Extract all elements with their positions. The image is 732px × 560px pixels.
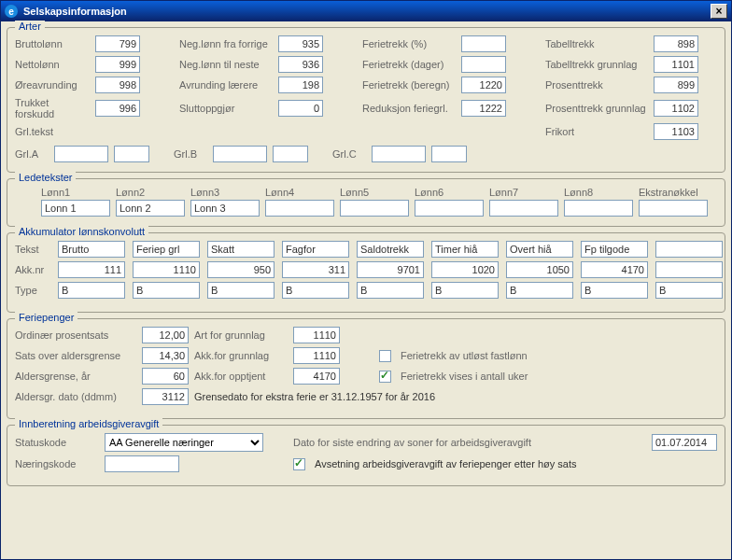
prosenttrekk-input[interactable] <box>654 77 698 93</box>
akk-nr-2[interactable] <box>133 261 200 278</box>
akk-type-6[interactable] <box>431 282 499 299</box>
inn-chk[interactable] <box>293 458 305 470</box>
akk-type-lbl: Type <box>15 285 52 296</box>
akk-tekst-5[interactable] <box>357 241 424 258</box>
grlb-label: Grl.B <box>174 148 207 160</box>
lede-hdr-4: Lønn4 <box>265 187 336 198</box>
ft-beregn-label: Ferietrekk (beregn) <box>362 79 456 91</box>
lede-hdr-3: Lønn3 <box>190 187 261 198</box>
ft-pst-label: Ferietrekk (%) <box>362 38 456 49</box>
akk-nr-7[interactable] <box>506 261 573 278</box>
ft-pst-input[interactable] <box>461 35 506 52</box>
content: Arter Bruttolønn Neg.lønn fra forrige Fe… <box>1 21 731 497</box>
group-akk: Akkumulator lønnskonvolutt Tekst Akk.nr <box>7 232 725 313</box>
fp-ord-input[interactable] <box>142 327 189 343</box>
akk-tekst-8[interactable] <box>581 241 648 258</box>
akk-nr-lbl: Akk.nr <box>15 264 52 275</box>
akk-nr-9[interactable] <box>655 261 723 278</box>
inn-naering-input[interactable] <box>105 455 179 472</box>
akk-nr-1[interactable] <box>58 261 125 278</box>
fp-akkgr-lbl: Akk.for grunnlag <box>194 350 288 361</box>
akk-tekst-7[interactable] <box>506 241 573 258</box>
neg-neste-input[interactable] <box>278 56 323 73</box>
grlc-input-2[interactable] <box>431 146 467 162</box>
grlb-input-1[interactable] <box>213 146 267 162</box>
window-title: Selskapsinformasjon <box>23 6 711 17</box>
neg-forrige-input[interactable] <box>278 35 323 52</box>
grla-input-1[interactable] <box>54 146 108 162</box>
akk-nr-5[interactable] <box>357 261 424 278</box>
lede-input-7[interactable] <box>489 200 558 217</box>
red-input[interactable] <box>461 100 506 117</box>
inn-status-select[interactable]: AA Generelle næringer <box>105 433 263 452</box>
inn-dato-input[interactable] <box>652 434 717 451</box>
akk-type-1[interactable] <box>58 282 125 299</box>
bruttolonn-input[interactable] <box>95 35 140 52</box>
lede-input-6[interactable] <box>415 200 484 217</box>
akk-type-2[interactable] <box>133 282 200 299</box>
bruttolonn-label: Bruttolønn <box>15 38 90 49</box>
akk-nr-6[interactable] <box>431 261 499 278</box>
lede-hdr-8: Lønn8 <box>564 187 635 198</box>
fp-akkgr-input[interactable] <box>293 347 340 364</box>
akk-type-5[interactable] <box>357 282 424 299</box>
akk-type-9[interactable] <box>655 282 723 299</box>
lede-input-8[interactable] <box>564 200 633 217</box>
grlc-input-1[interactable] <box>372 146 426 162</box>
nettolonn-label: Nettolønn <box>15 59 90 70</box>
fp-chk1[interactable] <box>379 350 391 362</box>
akk-nr-3[interactable] <box>207 261 274 278</box>
ft-dager-label: Ferietrekk (dager) <box>362 59 456 70</box>
akk-nr-4[interactable] <box>282 261 349 278</box>
inn-dato-lbl: Dato for siste endring av soner for arbe… <box>293 437 531 448</box>
lede-input-2[interactable] <box>116 200 185 217</box>
akk-tekst-3[interactable] <box>207 241 274 258</box>
fp-art-input[interactable] <box>293 327 340 343</box>
fp-akkop-input[interactable] <box>293 368 340 385</box>
trukket-input[interactable] <box>95 100 140 117</box>
fp-chk2[interactable] <box>379 371 391 383</box>
group-arter: Arter Bruttolønn Neg.lønn fra forrige Fe… <box>7 27 725 173</box>
app-window: e Selskapsinformasjon × Arter Bruttolønn… <box>0 0 732 560</box>
grlb-input-2[interactable] <box>273 146 308 162</box>
grltekst-label: Grl.tekst <box>15 126 90 137</box>
akk-tekst-1[interactable] <box>58 241 125 258</box>
fp-grense: Grensedato for ekstra ferie er 31.12.195… <box>194 391 435 402</box>
trukket-label: Trukket forskudd <box>15 97 90 119</box>
akk-type-7[interactable] <box>506 282 573 299</box>
grla-input-2[interactable] <box>114 146 149 162</box>
sluttopp-input[interactable] <box>278 100 323 117</box>
inn-chk-lbl: Avsetning arbeidsgiveravgift av feriepen… <box>315 458 576 469</box>
akk-type-4[interactable] <box>282 282 349 299</box>
frikort-input[interactable] <box>654 123 698 140</box>
fp-sats-input[interactable] <box>142 347 189 364</box>
lede-hdr-2: Lønn2 <box>116 187 187 198</box>
neg-forrige-label: Neg.lønn fra forrige <box>179 38 273 49</box>
akk-tekst-4[interactable] <box>282 241 349 258</box>
lede-input-9[interactable] <box>639 200 708 217</box>
akk-tekst-2[interactable] <box>133 241 200 258</box>
lede-input-3[interactable] <box>190 200 260 217</box>
oreavrunding-input[interactable] <box>95 77 140 93</box>
fp-dato-input[interactable] <box>142 388 189 405</box>
tabelltrekk-input[interactable] <box>654 35 698 52</box>
akk-nr-8[interactable] <box>581 261 648 278</box>
nettolonn-input[interactable] <box>95 56 140 73</box>
titlebar: e Selskapsinformasjon × <box>1 1 731 21</box>
ft-dager-input[interactable] <box>461 56 506 73</box>
fp-alder-input[interactable] <box>142 368 189 385</box>
lede-input-5[interactable] <box>340 200 409 217</box>
prosenttrekk-gr-input[interactable] <box>654 100 698 117</box>
avrund-input[interactable] <box>278 77 323 93</box>
akk-type-8[interactable] <box>581 282 648 299</box>
tabelltrekk-gr-input[interactable] <box>654 56 698 73</box>
lede-input-4[interactable] <box>265 200 334 217</box>
close-button[interactable]: × <box>711 4 727 19</box>
akk-tekst-9[interactable] <box>655 241 723 258</box>
lede-input-1[interactable] <box>41 200 110 217</box>
akk-type-3[interactable] <box>207 282 274 299</box>
group-fp: Feriepenger Ordinær prosentsats Art for … <box>7 318 725 419</box>
ft-beregn-input[interactable] <box>461 77 506 93</box>
group-ledetekster: Ledetekster Lønn1 Lønn2 Lønn3 Lønn4 Lønn… <box>7 178 725 227</box>
akk-tekst-6[interactable] <box>431 241 499 258</box>
